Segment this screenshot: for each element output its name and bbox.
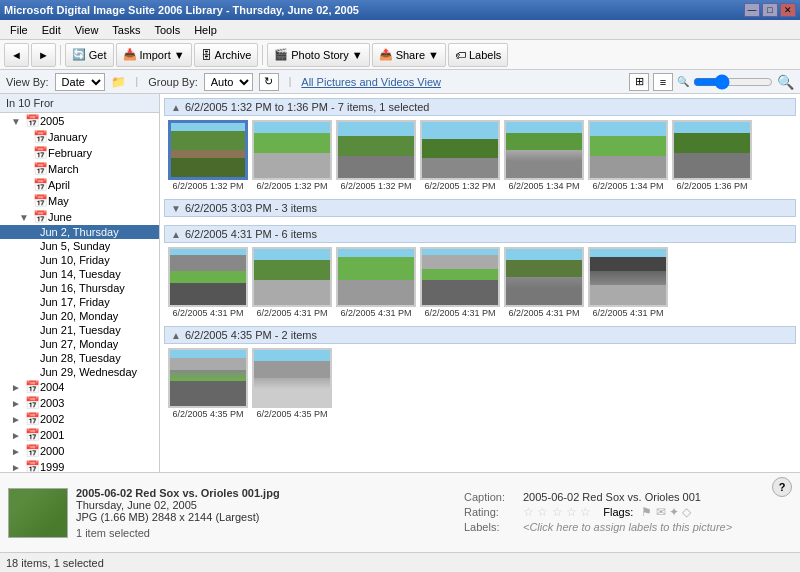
- photo-item-4-1[interactable]: 6/2/2005 4:35 PM: [168, 348, 248, 419]
- selected-count: 1 item selected: [76, 527, 456, 539]
- photo-item-1-4[interactable]: 6/2/2005 1:32 PM: [420, 120, 500, 191]
- sidebar-item-2002[interactable]: ► 📅 2002: [0, 411, 159, 427]
- forward-button[interactable]: ►: [31, 43, 56, 67]
- toolbar: ◄ ► 🔄 Get 📥 Import ▼ 🗄 Archive 🎬 Photo S…: [0, 40, 800, 70]
- group-refresh-button[interactable]: ↻: [259, 73, 279, 91]
- sidebar-item-april[interactable]: 📅 April: [0, 177, 159, 193]
- group-by-select[interactable]: Auto: [204, 73, 253, 91]
- photo-thumb-1-2: [252, 120, 332, 180]
- sidebar-item-jun10[interactable]: Jun 10, Friday: [0, 253, 159, 267]
- sidebar-item-jun16[interactable]: Jun 16, Thursday: [0, 281, 159, 295]
- collapse-group-4-icon[interactable]: ▲: [171, 330, 181, 341]
- share-button[interactable]: 📤 Share ▼: [372, 43, 446, 67]
- sidebar-item-jun17[interactable]: Jun 17, Friday: [0, 295, 159, 309]
- detail-fileinfo: JPG (1.66 MB) 2848 x 2144 (Largest): [76, 511, 456, 523]
- sidebar-item-january[interactable]: 📅 January: [0, 129, 159, 145]
- sidebar-item-jun5[interactable]: Jun 5, Sunday: [0, 239, 159, 253]
- photo-item-1-6[interactable]: 6/2/2005 1:34 PM: [588, 120, 668, 191]
- zoom-label: 🔍: [677, 76, 689, 87]
- sidebar-item-may[interactable]: 📅 May: [0, 193, 159, 209]
- sidebar-item-february[interactable]: 📅 February: [0, 145, 159, 161]
- photo-item-3-5[interactable]: 6/2/2005 4:31 PM: [504, 247, 584, 318]
- photo-item-1-3[interactable]: 6/2/2005 1:32 PM: [336, 120, 416, 191]
- photo-item-3-4[interactable]: 6/2/2005 4:31 PM: [420, 247, 500, 318]
- grid-view-button[interactable]: ⊞: [629, 73, 649, 91]
- sidebar-header: In 10 Fror: [0, 94, 159, 113]
- sidebar-item-2001[interactable]: ► 📅 2001: [0, 427, 159, 443]
- sidebar-item-2000[interactable]: ► 📅 2000: [0, 443, 159, 459]
- photo-item-1-2[interactable]: 6/2/2005 1:32 PM: [252, 120, 332, 191]
- menu-help[interactable]: Help: [188, 22, 223, 38]
- menu-tools[interactable]: Tools: [148, 22, 186, 38]
- photo-thumb-3-6: [588, 247, 668, 307]
- sidebar-item-jun2[interactable]: Jun 2, Thursday: [0, 225, 159, 239]
- collapse-group-1-icon[interactable]: ▲: [171, 102, 181, 113]
- collapse-group-2-icon[interactable]: ▼: [171, 203, 181, 214]
- sidebar-item-march[interactable]: 📅 March: [0, 161, 159, 177]
- flag-controls[interactable]: ⚑ ✉ ✦ ◇: [641, 505, 691, 519]
- help-button[interactable]: ?: [772, 477, 792, 497]
- photo-item-1-5[interactable]: 6/2/2005 1:34 PM: [504, 120, 584, 191]
- photo-thumb-1-6: [588, 120, 668, 180]
- photo-item-4-2[interactable]: 6/2/2005 4:35 PM: [252, 348, 332, 419]
- photo-item-3-3[interactable]: 6/2/2005 4:31 PM: [336, 247, 416, 318]
- import-button[interactable]: 📥 Import ▼: [116, 43, 192, 67]
- main-content: ▲ 6/2/2005 1:32 PM to 1:36 PM - 7 items,…: [160, 94, 800, 472]
- labels-detail-value[interactable]: <Click here to assign labels to this pic…: [523, 521, 732, 533]
- sidebar-item-2003[interactable]: ► 📅 2003: [0, 395, 159, 411]
- title-bar: Microsoft Digital Image Suite 2006 Libra…: [0, 0, 800, 20]
- photo-thumb-4-1: [168, 348, 248, 408]
- maximize-button[interactable]: □: [762, 3, 778, 17]
- photo-label-1-6: 6/2/2005 1:34 PM: [592, 181, 663, 191]
- import-icon: 📥: [123, 48, 137, 61]
- menu-view[interactable]: View: [69, 22, 105, 38]
- photo-thumb-3-5: [504, 247, 584, 307]
- photo-label-4-1: 6/2/2005 4:35 PM: [172, 409, 243, 419]
- sidebar-item-jun28[interactable]: Jun 28, Tuesday: [0, 351, 159, 365]
- get-icon: 🔄: [72, 48, 86, 61]
- sidebar-item-2004[interactable]: ► 📅 2004: [0, 379, 159, 395]
- photo-label-1-1: 6/2/2005 1:32 PM: [172, 181, 243, 191]
- expand-june-icon: ▼: [16, 212, 32, 223]
- zoom-slider[interactable]: [693, 74, 773, 90]
- photo-item-3-6[interactable]: 6/2/2005 4:31 PM: [588, 247, 668, 318]
- collapse-group-3-icon[interactable]: ▲: [171, 229, 181, 240]
- photo-item-3-1[interactable]: 6/2/2005 4:31 PM: [168, 247, 248, 318]
- minimize-button[interactable]: —: [744, 3, 760, 17]
- menu-tasks[interactable]: Tasks: [106, 22, 146, 38]
- archive-button[interactable]: 🗄 Archive: [194, 43, 259, 67]
- list-view-button[interactable]: ≡: [653, 73, 673, 91]
- star-rating[interactable]: ☆ ☆ ☆ ☆ ☆: [523, 505, 591, 519]
- forward-icon: ►: [38, 49, 49, 61]
- import-dropdown-icon: ▼: [174, 49, 185, 61]
- photo-thumb-3-3: [336, 247, 416, 307]
- photo-item-1-1[interactable]: 6/2/2005 1:32 PM: [168, 120, 248, 191]
- menu-bar: File Edit View Tasks Tools Help: [0, 20, 800, 40]
- sidebar-item-jun14[interactable]: Jun 14, Tuesday: [0, 267, 159, 281]
- view-by-select[interactable]: Date: [55, 73, 105, 91]
- menu-edit[interactable]: Edit: [36, 22, 67, 38]
- sidebar-item-1999[interactable]: ► 📅 1999: [0, 459, 159, 472]
- labels-button[interactable]: 🏷 Labels: [448, 43, 508, 67]
- sidebar-item-june[interactable]: ▼ 📅 June: [0, 209, 159, 225]
- back-button[interactable]: ◄: [4, 43, 29, 67]
- sidebar-item-jun27[interactable]: Jun 27, Monday: [0, 337, 159, 351]
- group-header-4: ▲ 6/2/2005 4:35 PM - 2 items: [164, 326, 796, 344]
- sidebar-item-jun21[interactable]: Jun 21, Tuesday: [0, 323, 159, 337]
- expand-2005-icon: ▼: [8, 116, 24, 127]
- photo-thumb-1-7: [672, 120, 752, 180]
- photo-item-1-7[interactable]: 6/2/2005 1:36 PM: [672, 120, 752, 191]
- photo-story-button[interactable]: 🎬 Photo Story ▼: [267, 43, 369, 67]
- close-button[interactable]: ✕: [780, 3, 796, 17]
- sidebar-item-jun29[interactable]: Jun 29, Wednesday: [0, 365, 159, 379]
- group-by-label: Group By:: [148, 76, 198, 88]
- window-controls: — □ ✕: [744, 3, 796, 17]
- sidebar-item-jun20[interactable]: Jun 20, Monday: [0, 309, 159, 323]
- sidebar-item-2005[interactable]: ▼ 📅 2005: [0, 113, 159, 129]
- all-pictures-link[interactable]: All Pictures and Videos View: [301, 76, 441, 88]
- photo-item-3-2[interactable]: 6/2/2005 4:31 PM: [252, 247, 332, 318]
- photo-group-2: ▼ 6/2/2005 3:03 PM - 3 items: [164, 199, 796, 217]
- get-button[interactable]: 🔄 Get: [65, 43, 114, 67]
- menu-file[interactable]: File: [4, 22, 34, 38]
- status-bar: 18 items, 1 selected: [0, 552, 800, 572]
